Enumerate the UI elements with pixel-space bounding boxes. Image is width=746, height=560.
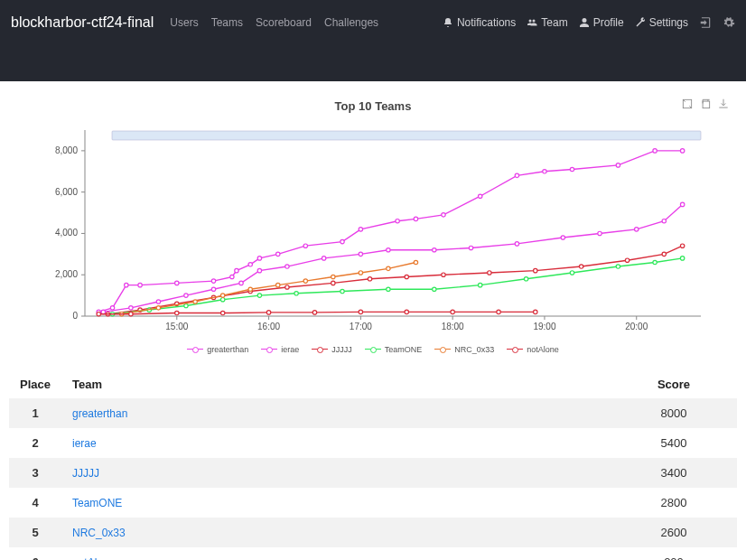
nav-scoreboard[interactable]: Scoreboard bbox=[256, 16, 312, 29]
legend-item[interactable]: NRC_0x33 bbox=[434, 345, 494, 354]
cell-score: 8000 bbox=[611, 398, 737, 428]
nav-notifications[interactable]: Notifications bbox=[443, 16, 516, 29]
team-link[interactable]: NRC_0x33 bbox=[72, 527, 126, 539]
svg-point-95 bbox=[479, 283, 482, 286]
nav-notifications-label: Notifications bbox=[457, 16, 516, 29]
svg-point-98 bbox=[616, 265, 620, 268]
svg-point-110 bbox=[387, 266, 390, 270]
legend-label: notAlone bbox=[527, 345, 559, 354]
svg-point-49 bbox=[653, 149, 657, 153]
nav-team-label: Team bbox=[541, 16, 567, 29]
svg-point-96 bbox=[524, 277, 527, 281]
nav-right: Notifications Team Profile Settings bbox=[443, 16, 735, 29]
svg-point-65 bbox=[561, 236, 564, 239]
svg-point-104 bbox=[220, 294, 224, 297]
legend-item[interactable]: ierae bbox=[261, 345, 299, 354]
svg-point-77 bbox=[368, 277, 371, 281]
svg-point-111 bbox=[414, 260, 417, 264]
team-link[interactable]: TeamONE bbox=[72, 497, 122, 509]
svg-point-69 bbox=[680, 202, 684, 206]
svg-text:4,000: 4,000 bbox=[55, 228, 78, 238]
svg-point-67 bbox=[635, 228, 639, 231]
svg-point-44 bbox=[479, 194, 482, 198]
svg-point-78 bbox=[405, 275, 408, 278]
svg-point-61 bbox=[387, 248, 390, 252]
chart-area[interactable]: 02,0004,0006,0008,00015:0016:0017:0018:0… bbox=[9, 117, 737, 343]
team-link[interactable]: ierae bbox=[72, 437, 97, 450]
chart-header: Top 10 Teams bbox=[9, 98, 737, 114]
svg-point-115 bbox=[220, 311, 224, 314]
svg-text:20:00: 20:00 bbox=[625, 322, 648, 331]
svg-rect-2 bbox=[112, 131, 701, 140]
svg-point-55 bbox=[211, 287, 215, 291]
svg-point-30 bbox=[138, 283, 142, 286]
legend-item[interactable]: JJJJJ bbox=[312, 345, 352, 354]
cell-team: notAlone bbox=[61, 547, 611, 560]
restore-icon[interactable] bbox=[699, 98, 712, 110]
svg-point-90 bbox=[257, 294, 261, 297]
svg-text:0: 0 bbox=[72, 311, 78, 321]
svg-point-64 bbox=[515, 242, 518, 246]
svg-point-82 bbox=[579, 265, 583, 268]
legend-label: NRC_0x33 bbox=[454, 345, 494, 354]
svg-point-36 bbox=[257, 257, 261, 260]
team-link[interactable]: notAlone bbox=[72, 556, 115, 560]
svg-text:18:00: 18:00 bbox=[442, 322, 464, 331]
svg-point-117 bbox=[312, 311, 316, 314]
team-link[interactable]: JJJJJ bbox=[72, 467, 99, 480]
nav-settings[interactable]: Settings bbox=[635, 16, 688, 29]
brand[interactable]: blockharbor-ctf24-final bbox=[11, 14, 154, 31]
svg-point-34 bbox=[235, 268, 238, 272]
legend-item[interactable]: TeamONE bbox=[365, 345, 423, 354]
download-icon[interactable] bbox=[717, 98, 730, 110]
svg-rect-1 bbox=[703, 101, 710, 108]
svg-point-59 bbox=[322, 257, 325, 260]
legend-marker-icon bbox=[434, 346, 451, 353]
cell-team: greaterthan bbox=[61, 398, 611, 428]
legend-marker-icon bbox=[312, 346, 328, 353]
nav-teams[interactable]: Teams bbox=[211, 16, 243, 29]
cell-score: 2800 bbox=[611, 488, 737, 518]
table-header-row: Place Team Score bbox=[9, 370, 737, 398]
nav-admin[interactable] bbox=[723, 16, 735, 29]
svg-point-81 bbox=[534, 268, 537, 272]
svg-point-97 bbox=[570, 271, 573, 275]
svg-text:19:00: 19:00 bbox=[533, 322, 555, 331]
svg-point-48 bbox=[616, 163, 620, 167]
nav-left: Users Teams Scoreboard Challenges bbox=[170, 16, 378, 29]
team-link[interactable]: greaterthan bbox=[72, 407, 127, 420]
col-team: Team bbox=[61, 370, 611, 398]
user-icon bbox=[579, 17, 590, 28]
zoom-reset-icon[interactable] bbox=[681, 98, 694, 110]
svg-point-112 bbox=[97, 313, 100, 316]
navbar-row: blockharbor-ctf24-final Users Teams Scor… bbox=[0, 0, 746, 45]
logout-icon bbox=[699, 16, 712, 29]
cell-team: TeamONE bbox=[61, 488, 611, 518]
svg-point-85 bbox=[680, 244, 684, 247]
nav-logout[interactable] bbox=[699, 16, 712, 29]
svg-text:15:00: 15:00 bbox=[165, 322, 188, 331]
cell-score: 200 bbox=[611, 547, 737, 560]
svg-point-119 bbox=[405, 310, 408, 313]
nav-profile[interactable]: Profile bbox=[579, 16, 624, 29]
svg-point-89 bbox=[220, 297, 224, 301]
legend-label: greaterthan bbox=[207, 345, 248, 354]
svg-point-88 bbox=[184, 303, 188, 307]
svg-point-113 bbox=[129, 313, 133, 316]
svg-point-106 bbox=[276, 283, 280, 286]
svg-point-54 bbox=[184, 294, 188, 297]
nav-users[interactable]: Users bbox=[170, 16, 198, 29]
nav-challenges[interactable]: Challenges bbox=[324, 16, 378, 29]
svg-point-62 bbox=[433, 248, 436, 252]
svg-point-43 bbox=[442, 213, 445, 217]
nav-team[interactable]: Team bbox=[527, 16, 567, 29]
legend-item[interactable]: greaterthan bbox=[187, 345, 248, 354]
svg-point-41 bbox=[396, 219, 399, 223]
legend-item[interactable]: notAlone bbox=[507, 345, 559, 354]
nav-profile-label: Profile bbox=[593, 16, 624, 29]
svg-point-38 bbox=[303, 244, 307, 247]
svg-text:16:00: 16:00 bbox=[257, 322, 280, 331]
svg-point-83 bbox=[625, 258, 629, 262]
cell-place: 4 bbox=[9, 488, 61, 518]
svg-point-31 bbox=[175, 281, 179, 285]
